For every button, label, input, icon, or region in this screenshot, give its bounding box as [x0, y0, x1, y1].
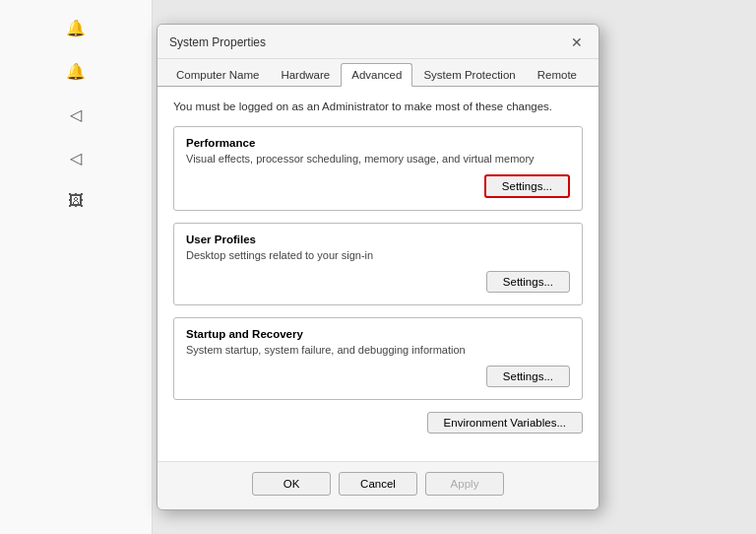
tab-hardware[interactable]: Hardware — [270, 63, 341, 87]
cancel-button[interactable]: Cancel — [339, 472, 417, 496]
tab-advanced[interactable]: Advanced — [341, 63, 412, 87]
info-text: You must be logged on as an Administrato… — [173, 100, 583, 112]
tab-remote[interactable]: Remote — [527, 63, 588, 87]
ok-button[interactable]: OK — [252, 472, 331, 496]
dialog-footer: OK Cancel Apply — [158, 461, 598, 509]
dialog-title: System Properties — [169, 35, 266, 49]
startup-recovery-desc: System startup, system failure, and debu… — [186, 344, 570, 356]
performance-desc: Visual effects, processor scheduling, me… — [186, 153, 570, 165]
performance-settings-button[interactable]: Settings... — [484, 174, 570, 198]
sidebar-icon-4: ◁ — [60, 142, 92, 173]
sidebar-icon-1: 🔔 — [60, 12, 92, 43]
system-properties-dialog: System Properties ✕ Computer Name Hardwa… — [157, 24, 599, 510]
performance-title: Performance — [186, 137, 570, 149]
sidebar-icon-2: 🔔 — [60, 55, 92, 87]
startup-recovery-section: Startup and Recovery System startup, sys… — [173, 317, 583, 400]
user-profiles-desc: Desktop settings related to your sign-in — [186, 249, 570, 261]
user-profiles-title: User Profiles — [186, 234, 570, 245]
startup-recovery-title: Startup and Recovery — [186, 328, 570, 340]
sidebar-icon-5: 🖼 — [60, 185, 92, 217]
dialog-body: You must be logged on as an Administrato… — [158, 87, 598, 461]
performance-section: Performance Visual effects, processor sc… — [173, 126, 583, 211]
startup-recovery-settings-button[interactable]: Settings... — [486, 366, 570, 387]
user-profiles-section: User Profiles Desktop settings related t… — [173, 223, 583, 305]
user-profiles-settings-button[interactable]: Settings... — [486, 271, 570, 293]
tab-computer-name[interactable]: Computer Name — [165, 63, 270, 87]
close-button[interactable]: ✕ — [567, 33, 587, 52]
apply-button[interactable]: Apply — [425, 472, 504, 496]
dialog-titlebar: System Properties ✕ — [158, 25, 598, 59]
tab-bar: Computer Name Hardware Advanced System P… — [158, 59, 598, 87]
tab-system-protection[interactable]: System Protection — [412, 63, 526, 87]
environment-variables-button[interactable]: Environment Variables... — [427, 412, 583, 434]
sidebar-icon-3: ◁ — [60, 99, 92, 130]
